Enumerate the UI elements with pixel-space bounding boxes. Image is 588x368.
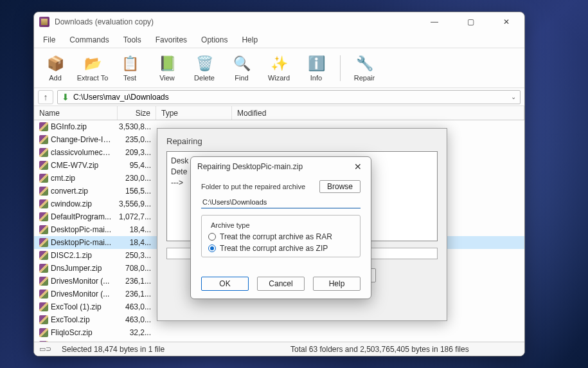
status-total: Total 63 folders and 2,503,765,405 bytes… [175, 345, 519, 354]
archive-type-label: Archive type [208, 221, 253, 229]
archive-icon [39, 328, 48, 337]
col-type-header[interactable]: Type [156, 106, 232, 120]
view-icon: 📗 [158, 55, 176, 73]
archive-icon [39, 290, 48, 299]
archive-icon [39, 225, 48, 234]
radio-zip-row[interactable]: Treat the corrupt archive as ZIP [208, 244, 353, 253]
menubar: FileCommandsToolsFavoritesOptionsHelp [34, 32, 524, 48]
archive-icon [39, 148, 48, 157]
repair-titlebar: Repairing DesktopPic-main.zip ✕ [191, 157, 371, 176]
maximize-button[interactable]: ▢ [458, 13, 483, 31]
archive-icon [39, 315, 48, 324]
menu-favorites[interactable]: Favorites [149, 33, 193, 47]
archive-icon [39, 122, 48, 131]
archive-icon [39, 251, 48, 260]
toolbtn-find[interactable]: 🔍Find [224, 50, 259, 86]
close-button[interactable]: ✕ [494, 13, 519, 31]
wizard-icon: ✨ [270, 55, 288, 73]
archive-icon [39, 238, 48, 247]
status-selection: Selected 18,474 bytes in 1 file [62, 345, 165, 354]
progress-title: Repairing [157, 129, 447, 151]
toolbtn-label: Wizard [268, 74, 290, 82]
archive-icon [39, 277, 48, 286]
extract-to-icon: 📂 [84, 55, 102, 73]
col-size-header[interactable]: Size [118, 106, 156, 120]
minimize-button[interactable]: — [422, 13, 447, 31]
browse-button[interactable]: Browse [319, 180, 361, 193]
archive-icon [39, 302, 48, 311]
status-icon: ▭⊃ [39, 345, 51, 353]
list-header: Name Size Type Modified [34, 106, 524, 120]
archive-icon [39, 161, 48, 170]
col-name-header[interactable]: Name [34, 106, 118, 120]
menu-help[interactable]: Help [235, 33, 264, 47]
add-icon: 📦 [46, 55, 64, 73]
radio-rar[interactable] [208, 233, 216, 241]
repair-close-button[interactable]: ✕ [352, 160, 364, 173]
repair-title: Repairing DesktopPic-main.zip [197, 162, 303, 171]
toolbtn-view[interactable]: 📗View [150, 50, 184, 86]
radio-rar-label: Treat the corrupt archive as RAR [220, 232, 332, 241]
toolbtn-label: Add [49, 74, 62, 82]
menu-tools[interactable]: Tools [117, 33, 148, 47]
repair-dialog: Repairing DesktopPic-main.zip ✕ Folder t… [190, 156, 371, 299]
toolbtn-test[interactable]: 📋Test [112, 50, 147, 86]
info-icon: ℹ️ [307, 55, 325, 73]
archive-icon [39, 199, 48, 208]
radio-zip-label: Treat the corrupt archive as ZIP [220, 244, 328, 253]
toolbtn-label: Find [235, 74, 248, 82]
repair-icon: 🔧 [355, 55, 373, 73]
toolbtn-label: Info [310, 74, 322, 82]
toolbtn-wizard[interactable]: ✨Wizard [262, 50, 296, 86]
archive-icon [39, 212, 48, 221]
chevron-down-icon[interactable]: ⌄ [511, 93, 516, 100]
toolbtn-repair[interactable]: 🔧Repair [347, 50, 382, 86]
delete-icon: 🗑️ [195, 55, 213, 73]
toolbtn-label: Test [123, 74, 136, 82]
toolbtn-extract-to[interactable]: 📂Extract To [75, 50, 110, 86]
statusbar: ▭⊃ Selected 18,474 bytes in 1 file Total… [34, 342, 524, 356]
toolbtn-info[interactable]: ℹ️Info [299, 50, 334, 86]
toolbtn-label: Delete [194, 74, 215, 82]
file-row[interactable]: FliqloScr.zip32,2... [34, 326, 524, 339]
radio-rar-row[interactable]: Treat the corrupt archive as RAR [208, 232, 353, 241]
drive-icon: ⬇ [62, 92, 69, 102]
ok-button[interactable]: OK [201, 277, 249, 291]
folder-label: Folder to put the repaired archive [201, 183, 305, 190]
pathbar: ↑ ⬇ C:\Users\mav_u\Downloads ⌄ [34, 88, 524, 106]
window-title: Downloads (evaluation copy) [55, 17, 422, 26]
radio-zip[interactable] [208, 244, 216, 252]
archive-icon [39, 135, 48, 144]
archive-type-fieldset: Archive type Treat the corrupt archive a… [201, 215, 361, 257]
toolbtn-label: Extract To [77, 74, 109, 82]
menu-commands[interactable]: Commands [63, 33, 115, 47]
toolbtn-add[interactable]: 📦Add [38, 50, 73, 86]
toolbar: 📦Add📂Extract To📋Test📗View🗑️Delete🔍Find✨W… [34, 48, 524, 88]
folder-input[interactable] [201, 196, 361, 208]
up-button[interactable]: ↑ [38, 90, 53, 104]
find-icon: 🔍 [233, 55, 251, 73]
cancel-button[interactable]: Cancel [257, 277, 305, 291]
archive-icon [39, 264, 48, 273]
test-icon: 📋 [121, 55, 139, 73]
titlebar: Downloads (evaluation copy) — ▢ ✕ [34, 12, 524, 32]
archive-icon [39, 174, 48, 183]
col-modified-header[interactable]: Modified [232, 106, 524, 120]
toolbtn-label: View [159, 74, 175, 82]
toolbtn-label: Repair [354, 74, 375, 82]
path-text: C:\Users\mav_u\Downloads [73, 93, 169, 102]
app-icon [39, 17, 49, 27]
help-button[interactable]: Help [313, 277, 361, 291]
toolbtn-delete[interactable]: 🗑️Delete [187, 50, 222, 86]
path-combobox[interactable]: ⬇ C:\Users\mav_u\Downloads ⌄ [57, 90, 521, 104]
archive-icon [39, 187, 48, 196]
menu-file[interactable]: File [37, 33, 62, 47]
menu-options[interactable]: Options [195, 33, 234, 47]
